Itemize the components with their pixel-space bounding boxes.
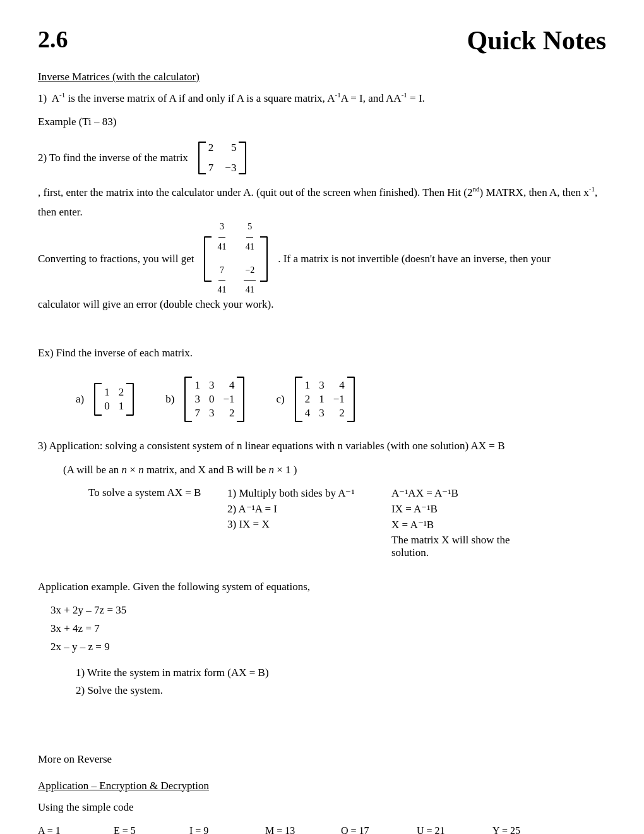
solve-row-intro: To solve a system AX = B 1) Multiply bot…: [88, 486, 606, 500]
code-u: U = 21: [417, 822, 492, 834]
matrix-2x2-example: 25 7−3: [198, 142, 247, 174]
using-simple-code: Using the simple code: [38, 799, 606, 816]
solve-row-3: 3) IX = X X = A⁻¹B: [88, 518, 606, 531]
point-1: 1) A-1 is the inverse matrix of A if and…: [38, 90, 606, 107]
page-title: Quick Notes: [467, 25, 607, 56]
matrix-b: 134 30−1 732: [184, 377, 244, 422]
example-b: b) 134 30−1 732: [165, 372, 251, 427]
examples-row: a) 12 01 b) 134 30−1 732 c) 1: [76, 372, 606, 427]
instruction-2: 2) Solve the system.: [76, 682, 606, 700]
code-i: I = 9: [189, 822, 265, 834]
calculator-error: calculator will give an error (double ch…: [38, 296, 606, 313]
code-q: Q = 17: [341, 822, 417, 834]
example-label: Example (Ti – 83): [38, 113, 606, 130]
ex-label: Ex) Find the inverse of each matrix.: [38, 344, 606, 361]
page-header: 2.6 Quick Notes: [38, 25, 606, 56]
instruction-1: 1) Write the system in matrix form (AX =…: [76, 664, 606, 682]
app-example: Application example. Given the following…: [38, 578, 606, 595]
heading-inverse-matrices: Inverse Matrices (with the calculator): [38, 71, 606, 83]
converting-text: Converting to fractions, you will get 34…: [38, 231, 606, 287]
example-a: a) 12 01: [76, 378, 140, 421]
solve-row-2: 2) A⁻¹A = I IX = A⁻¹B: [88, 502, 606, 516]
equation-2: 3x + 4z = 7: [51, 620, 606, 638]
code-e: E = 5: [114, 822, 189, 834]
solve-table: To solve a system AX = B 1) Multiply bot…: [88, 486, 606, 559]
equations-block: 3x + 2y – 7z = 35 3x + 4z = 7 2x – y – z…: [51, 601, 606, 656]
heading-encryption: Application – Encryption & Decryption: [38, 780, 606, 792]
code-a: A = 1: [38, 822, 114, 834]
example-c: c) 134 21−1 432: [276, 372, 361, 427]
matrix-a: 12 01: [94, 383, 134, 416]
equation-1: 3x + 2y – 7z = 35: [51, 601, 606, 620]
code-y: Y = 25: [492, 822, 568, 834]
point-2: 2) To find the inverse of the matrix 25 …: [38, 136, 606, 222]
more-on-reverse: More on Reverse: [38, 751, 606, 768]
instructions-block: 1) Write the system in matrix form (AX =…: [76, 664, 606, 701]
point-3: 3) Application: solving a consistent sys…: [38, 437, 606, 454]
equation-3: 2x – y – z = 9: [51, 638, 606, 656]
section-number: 2.6: [38, 25, 68, 53]
matrix-c: 134 21−1 432: [295, 377, 355, 422]
code-table-row1: A = 1 E = 5 I = 9 M = 13 Q = 17 U = 21 Y…: [38, 822, 606, 834]
solve-row-note: The matrix X will show the solution.: [88, 534, 606, 559]
fraction-matrix: 341 541 741 −241: [204, 236, 268, 282]
code-m: M = 13: [265, 822, 341, 834]
point-3-sub: (A will be an n × n matrix, and X and B …: [63, 461, 606, 480]
